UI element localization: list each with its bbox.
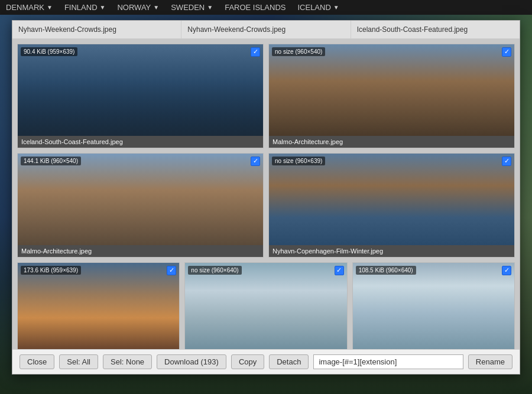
- image-card-1[interactable]: no size (960×540) Malmo-Architecture.jpe…: [268, 44, 515, 148]
- image-info-6: 108.5 KiB (960×640): [356, 266, 416, 275]
- image-info-4: 173.6 KiB (959×639): [21, 266, 81, 275]
- grid-row-3: 173.6 KiB (959×639) Nyhavn-Copenhagen-Fi…: [17, 262, 515, 349]
- image-label-2: Malmo-Architecture.jpeg: [18, 245, 263, 257]
- file-tab-1[interactable]: Nyhavn-Weekend-Crowds.jpeg: [181, 21, 351, 38]
- image-card-6[interactable]: 108.5 KiB (960×640) Iceland-Rolling-Clou…: [352, 262, 515, 349]
- image-preview-4: 173.6 KiB (959×639): [18, 263, 179, 349]
- download-button[interactable]: Download (193): [157, 354, 226, 369]
- filename-input[interactable]: [313, 354, 463, 369]
- image-selector-modal: Nyhavn-Weekend-Crowds.jpeg Nyhavn-Weeken…: [12, 20, 520, 375]
- image-preview-3: no size (960×639): [269, 154, 514, 245]
- image-preview-0: 90.4 KiB (959×639): [18, 44, 263, 136]
- sel-none-button[interactable]: Sel: None: [103, 354, 152, 369]
- image-card-0[interactable]: 90.4 KiB (959×639) Iceland-South-Coast-F…: [17, 44, 264, 148]
- close-button[interactable]: Close: [20, 354, 54, 369]
- copy-button[interactable]: Copy: [231, 354, 264, 369]
- image-preview-5: no size (960×640): [185, 263, 346, 349]
- rename-button[interactable]: Rename: [468, 354, 512, 369]
- image-card-3[interactable]: no size (960×639) Nyhavn-Copenhagen-Film…: [268, 153, 515, 258]
- modal-overlay: Nyhavn-Weekend-Crowds.jpeg Nyhavn-Weeken…: [0, 0, 532, 394]
- image-label-1: Malmo-Architecture.jpeg: [269, 136, 514, 148]
- image-checkbox-2[interactable]: [251, 157, 260, 166]
- detach-button[interactable]: Detach: [269, 354, 309, 369]
- image-grid: 90.4 KiB (959×639) Iceland-South-Coast-F…: [12, 39, 520, 349]
- image-card-2[interactable]: 144.1 KiB (960×540) Malmo-Architecture.j…: [17, 153, 264, 258]
- grid-row-2: 144.1 KiB (960×540) Malmo-Architecture.j…: [17, 153, 515, 258]
- image-preview-1: no size (960×540): [269, 44, 514, 136]
- image-card-4[interactable]: 173.6 KiB (959×639) Nyhavn-Copenhagen-Fi…: [17, 262, 180, 349]
- modal-header-files: Nyhavn-Weekend-Crowds.jpeg Nyhavn-Weeken…: [12, 21, 520, 39]
- image-info-5: no size (960×640): [188, 266, 241, 275]
- image-checkbox-6[interactable]: [502, 266, 511, 275]
- image-label-3: Nyhavn-Copenhagen-Film-Winter.jpeg: [269, 245, 514, 257]
- image-card-5[interactable]: no size (960×640) Iceland-Rolling-Clouds…: [184, 262, 347, 349]
- image-info-1: no size (960×540): [272, 47, 325, 56]
- modal-footer: Close Sel: All Sel: None Download (193) …: [12, 349, 520, 374]
- image-info-2: 144.1 KiB (960×540): [21, 157, 81, 165]
- image-checkbox-0[interactable]: [251, 47, 260, 57]
- image-info-3: no size (960×639): [272, 157, 325, 165]
- image-info-0: 90.4 KiB (959×639): [21, 47, 77, 56]
- grid-row-1: 90.4 KiB (959×639) Iceland-South-Coast-F…: [17, 44, 515, 148]
- file-tab-0[interactable]: Nyhavn-Weekend-Crowds.jpeg: [12, 21, 181, 38]
- file-tab-2[interactable]: Iceland-South-Coast-Featured.jpeg: [351, 21, 520, 38]
- image-preview-6: 108.5 KiB (960×640): [353, 263, 514, 349]
- image-label-0: Iceland-South-Coast-Featured.jpeg: [18, 136, 263, 148]
- image-checkbox-1[interactable]: [502, 47, 511, 57]
- image-checkbox-3[interactable]: [502, 157, 511, 166]
- sel-all-button[interactable]: Sel: All: [59, 354, 98, 369]
- image-checkbox-4[interactable]: [167, 266, 176, 275]
- image-preview-2: 144.1 KiB (960×540): [18, 154, 263, 245]
- image-checkbox-5[interactable]: [335, 266, 344, 275]
